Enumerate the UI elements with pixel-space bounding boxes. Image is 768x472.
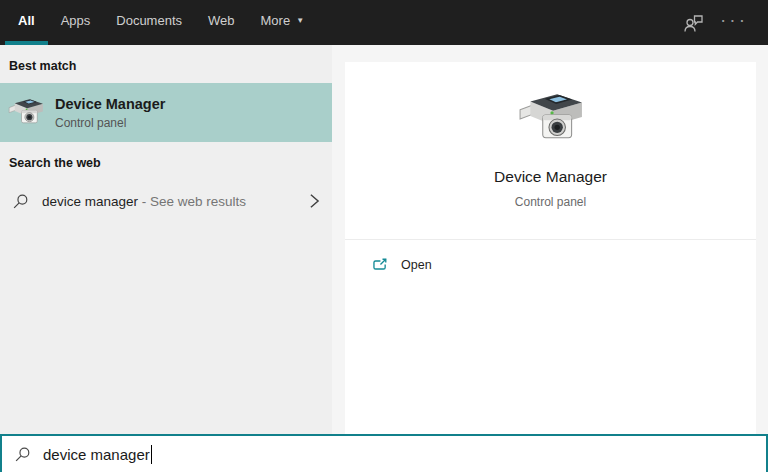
best-match-result[interactable]: Device Manager Control panel [0,83,332,142]
search-icon [14,446,31,463]
device-manager-icon-large [518,89,584,147]
tab-all[interactable]: All [5,0,48,45]
tab-documents[interactable]: Documents [103,0,195,45]
web-suggestion-suffix: - See web results [138,194,246,209]
results-area: Best match [0,45,768,434]
web-suggestion-text: device manager - See web results [42,194,246,209]
topbar-actions: ··· [682,0,768,45]
tab-apps-label: Apps [61,13,91,28]
open-icon [372,257,388,273]
preview-title: Device Manager [345,168,756,186]
search-flyout: All Apps Documents Web More ▼ [0,0,768,472]
tab-apps[interactable]: Apps [48,0,104,45]
search-input-value: device manager [43,446,150,463]
best-match-subtitle: Control panel [55,116,165,130]
open-label: Open [401,258,432,272]
best-match-header: Best match [0,45,332,83]
text-cursor [151,445,152,464]
tab-web-label: Web [208,13,235,28]
chevron-down-icon: ▼ [296,16,304,25]
tab-documents-label: Documents [116,13,182,28]
preview-card: Device Manager Control panel Open [345,62,756,434]
search-icon [12,193,29,210]
tab-more-label: More [261,13,291,28]
best-match-title: Device Manager [55,96,165,112]
chevron-right-icon[interactable] [309,192,320,210]
preview-head: Device Manager Control panel [345,62,756,209]
filter-tabs: All Apps Documents Web More ▼ [5,0,317,45]
user-feedback-icon[interactable] [682,12,704,34]
preview-subtitle: Control panel [345,195,756,209]
web-suggestion-query: device manager [42,194,138,209]
more-options-icon[interactable]: ··· [720,10,748,35]
device-manager-icon [8,96,44,130]
results-list: Best match [0,45,332,434]
search-web-header: Search the web [0,142,332,180]
tab-more[interactable]: More ▼ [248,0,318,45]
preview-panel: Device Manager Control panel Open [332,45,768,434]
best-match-text: Device Manager Control panel [55,96,165,130]
search-filter-bar: All Apps Documents Web More ▼ [0,0,768,45]
search-input[interactable]: device manager [0,434,768,472]
web-suggestion-item[interactable]: device manager - See web results [0,182,332,220]
open-action[interactable]: Open [345,240,756,273]
tab-all-label: All [18,13,35,28]
tab-web[interactable]: Web [195,0,248,45]
